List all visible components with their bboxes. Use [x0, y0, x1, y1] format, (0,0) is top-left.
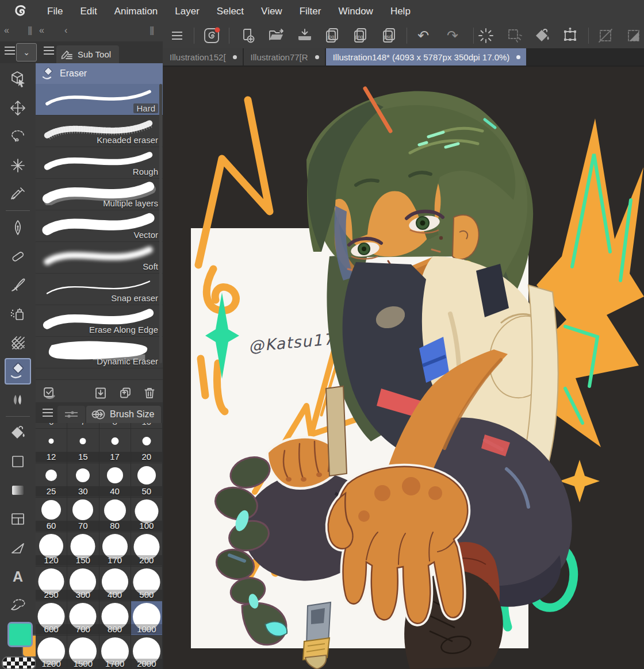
- snap-selection-icon[interactable]: [505, 26, 523, 45]
- undo-icon[interactable]: ↶: [417, 29, 429, 43]
- deselect-icon[interactable]: [596, 26, 615, 45]
- brush-size-120[interactable]: 120: [36, 532, 67, 567]
- tool-menu-icon[interactable]: [5, 47, 15, 55]
- tool-frame-border[interactable]: [7, 509, 28, 529]
- brush-size-500[interactable]: 500: [131, 567, 163, 601]
- invert-selection-icon[interactable]: [624, 26, 643, 45]
- tool-blend[interactable]: [7, 390, 28, 410]
- back-arrow-icon[interactable]: ‹: [64, 25, 67, 36]
- brush-size-2000[interactable]: 2000: [131, 636, 163, 669]
- tool-decoration[interactable]: [7, 332, 28, 353]
- brush-size-1200[interactable]: 1200: [36, 636, 67, 669]
- clip-studio-app-icon[interactable]: [202, 26, 221, 45]
- brush-size-700[interactable]: 700: [67, 601, 99, 636]
- save-icon[interactable]: [296, 26, 314, 45]
- brush-size-partial-cell[interactable]: 10: [131, 423, 163, 428]
- check-settings-icon[interactable]: [42, 386, 57, 401]
- brush-size-150[interactable]: 150: [67, 532, 99, 567]
- tool-dropdown-button[interactable]: ⌄: [16, 43, 37, 61]
- close-tab-icon[interactable]: [233, 55, 237, 59]
- subtool-item-snap-eraser[interactable]: Snap eraser: [36, 274, 163, 305]
- collapse-panel-icon[interactable]: «: [4, 25, 9, 36]
- redo-icon[interactable]: ↷: [447, 29, 458, 43]
- brush-size-partial-cell[interactable]: 7: [67, 423, 99, 428]
- open-file-icon[interactable]: [267, 26, 286, 45]
- export-jpg-icon[interactable]: jpg: [323, 26, 342, 45]
- document-tab-3[interactable]: Illustration148* (4093 x 5787px 350dpi 1…: [326, 48, 527, 66]
- tool-move[interactable]: [7, 98, 28, 118]
- subtool-item-dynamic-eraser[interactable]: Dynamic Eraser: [36, 337, 163, 368]
- menu-item-select[interactable]: Select: [217, 6, 244, 17]
- brush-panel-menu-icon[interactable]: [43, 409, 53, 417]
- tool-pencil[interactable]: [7, 246, 28, 267]
- sub-tool-scrollbar[interactable]: [159, 84, 162, 363]
- tool-text[interactable]: A: [7, 566, 28, 587]
- main-menu-icon[interactable]: [172, 32, 182, 40]
- import-subtool-icon[interactable]: [94, 386, 108, 400]
- brush-size-1500[interactable]: 1500: [67, 636, 99, 669]
- tool-lasso[interactable]: [7, 126, 28, 147]
- tool-brush[interactable]: [7, 275, 28, 295]
- close-tab-icon[interactable]: [315, 55, 319, 59]
- foreground-color-swatch[interactable]: [7, 622, 33, 647]
- document-tab-1[interactable]: Illustration152[: [163, 48, 243, 66]
- subtool-menu-icon[interactable]: [44, 47, 54, 55]
- tool-correct-line[interactable]: [7, 537, 28, 558]
- brush-size-70[interactable]: 70: [67, 498, 99, 532]
- brush-size-100[interactable]: 100: [131, 498, 163, 532]
- duplicate-subtool-icon[interactable]: [118, 386, 132, 400]
- export-png-icon[interactable]: png: [351, 26, 370, 45]
- artwork-canvas[interactable]: @Katsu17rb": [163, 66, 644, 669]
- tool-auto-select[interactable]: [7, 155, 28, 176]
- subtool-item-multiple-layers[interactable]: Multiple layers: [36, 179, 163, 210]
- brush-size-170[interactable]: 170: [99, 532, 131, 567]
- brush-size-50[interactable]: 50: [131, 463, 163, 498]
- brush-size-600[interactable]: 600: [36, 601, 67, 636]
- subtool-item-vector[interactable]: Vector: [36, 210, 163, 242]
- menu-item-help[interactable]: Help: [390, 6, 411, 17]
- tool-fill[interactable]: [7, 422, 28, 443]
- transform-frame-icon[interactable]: [561, 26, 580, 45]
- tool-eraser[interactable]: [5, 358, 31, 385]
- tool-pen[interactable]: [7, 217, 28, 238]
- tool-balloon[interactable]: [7, 595, 28, 616]
- brush-size-17[interactable]: 17: [99, 429, 131, 463]
- fill-icon[interactable]: [533, 26, 551, 45]
- collapse-subpanel-icon[interactable]: «: [39, 25, 44, 36]
- tool-operation[interactable]: [7, 69, 28, 90]
- brush-size-20[interactable]: 20: [131, 429, 163, 463]
- menu-item-file[interactable]: File: [47, 6, 63, 17]
- menu-item-filter[interactable]: Filter: [300, 6, 321, 17]
- brush-size-1000[interactable]: 1000: [131, 601, 163, 636]
- subtool-item-rough[interactable]: Rough: [36, 147, 163, 179]
- menu-item-edit[interactable]: Edit: [80, 6, 97, 17]
- menu-item-view[interactable]: View: [261, 6, 282, 17]
- transparent-color-swatch[interactable]: [2, 656, 36, 669]
- menu-item-animation[interactable]: Animation: [114, 6, 158, 17]
- panel-grip-right-icon[interactable]: |||: [150, 25, 153, 36]
- document-tab-2[interactable]: Illustration77[R: [244, 48, 325, 66]
- tool-gradient[interactable]: [7, 480, 28, 501]
- tab-brush-size[interactable]: Brush Size: [86, 406, 161, 423]
- export-psd-icon[interactable]: psd: [379, 26, 399, 45]
- subtool-item-kneaded-eraser[interactable]: Kneaded eraser: [36, 116, 163, 147]
- tab-sub-tool[interactable]: Sub Tool: [56, 45, 119, 63]
- current-tool-header[interactable]: Eraser: [36, 63, 163, 84]
- brush-size-30[interactable]: 30: [67, 463, 99, 498]
- brush-size-250[interactable]: 250: [36, 567, 67, 601]
- subtool-item-erase-along-edge[interactable]: Erase Along Edge: [36, 305, 163, 337]
- subtool-item-soft[interactable]: Soft: [36, 242, 163, 274]
- brush-size-12[interactable]: 12: [36, 429, 67, 463]
- tab-tool-property[interactable]: [57, 406, 85, 423]
- new-file-icon[interactable]: [239, 26, 258, 45]
- delete-subtool-icon[interactable]: [143, 386, 156, 400]
- panel-grip-icon[interactable]: |||: [28, 25, 31, 36]
- brush-size-25[interactable]: 25: [36, 463, 67, 498]
- close-tab-icon[interactable]: [516, 55, 520, 59]
- brush-size-1700[interactable]: 1700: [99, 636, 131, 669]
- brush-size-80[interactable]: 80: [99, 498, 131, 532]
- brush-size-40[interactable]: 40: [99, 463, 131, 498]
- brush-size-200[interactable]: 200: [131, 532, 163, 567]
- subtool-item-hard[interactable]: Hard: [36, 84, 163, 116]
- tool-figure[interactable]: [7, 451, 28, 472]
